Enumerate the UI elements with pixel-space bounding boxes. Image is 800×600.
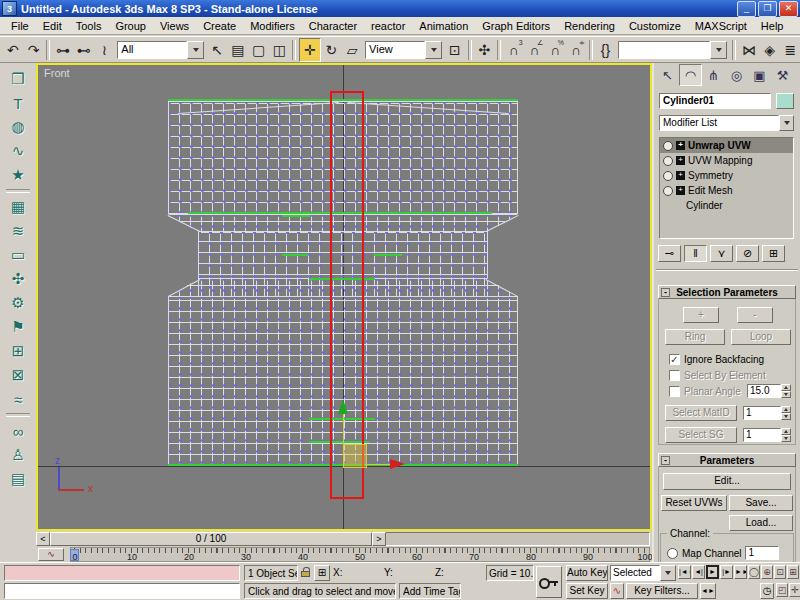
menu-maxscript[interactable]: MAXScript — [688, 19, 754, 33]
go-to-end-button[interactable]: ►►| — [734, 565, 747, 579]
absolute-offset-toggle[interactable]: ⊞ — [314, 565, 330, 581]
make-unique-button[interactable]: ⋎ — [710, 245, 733, 262]
set-key-button[interactable]: Set Key — [566, 583, 608, 599]
chevron-down-icon[interactable] — [425, 41, 442, 59]
undo-button[interactable]: ↶ — [3, 39, 23, 61]
rigid-body-collection-icon[interactable]: ❒ — [5, 67, 31, 91]
dominoes-icon[interactable]: ▤ — [5, 467, 31, 491]
key-filter-selected-dropdown[interactable]: Selected — [610, 565, 676, 581]
viewport-label[interactable]: Front — [44, 67, 70, 79]
map-channel-spinner[interactable]: 1 — [745, 546, 779, 560]
chevron-down-icon[interactable] — [660, 565, 676, 581]
minimize-button[interactable]: _ — [737, 1, 756, 17]
selection-lock-toggle[interactable] — [301, 567, 311, 578]
menu-tools[interactable]: Tools — [69, 19, 109, 33]
lightbulb-icon[interactable] — [663, 186, 673, 196]
rope-collection-icon[interactable]: ∿ — [5, 139, 31, 163]
select-sg-button[interactable]: Select SG — [665, 427, 737, 443]
pan-view-button[interactable]: ✛ — [789, 583, 800, 597]
menu-animation[interactable]: Animation — [412, 19, 475, 33]
expand-icon[interactable]: + — [676, 171, 685, 180]
zoom-extents-all-button[interactable]: ⊞ — [787, 565, 799, 579]
expand-icon[interactable]: + — [676, 141, 685, 150]
time-slider-handle[interactable]: 0 / 100 — [50, 532, 372, 546]
redo-button[interactable]: ↷ — [24, 39, 44, 61]
gizmo-x-arrow[interactable] — [390, 459, 405, 469]
gizmo-xy-plane-handle[interactable] — [343, 444, 367, 468]
key-mode-toggle-button[interactable]: ◄► — [700, 583, 716, 599]
reference-coordinate-system-dropdown[interactable]: View — [365, 41, 442, 59]
matid-spinner[interactable]: 1 — [743, 406, 791, 420]
menu-create[interactable]: Create — [196, 19, 243, 33]
ragdoll-icon[interactable]: ♙ — [5, 443, 31, 467]
fracture-icon[interactable]: ⊠ — [5, 363, 31, 387]
chevron-down-icon[interactable] — [779, 115, 794, 131]
menu-edit[interactable]: Edit — [36, 19, 69, 33]
restore-button[interactable]: ❐ — [758, 1, 777, 17]
maxscript-macro-recorder[interactable] — [4, 565, 240, 581]
previous-frame-button[interactable]: ◄| — [692, 565, 705, 579]
named-selection-sets-dropdown[interactable] — [618, 41, 727, 59]
menu-views[interactable]: Views — [153, 19, 196, 33]
viewport-front[interactable]: Front zx — [36, 63, 652, 531]
soft-body-collection-icon[interactable]: ◍ — [5, 115, 31, 139]
toy-car-icon[interactable]: ⊞ — [5, 339, 31, 363]
menu-modifiers[interactable]: Modifiers — [243, 19, 302, 33]
checkbox-icon[interactable]: ✓ — [669, 354, 680, 365]
pin-stack-button[interactable]: ⊸ — [658, 245, 681, 262]
chevron-down-icon[interactable] — [710, 41, 727, 59]
modifier-stack-item-symmetry[interactable]: +Symmetry — [660, 168, 793, 183]
map-channel-radio[interactable]: Map Channel 1 — [667, 546, 779, 560]
play-animation-button[interactable]: ► — [706, 565, 719, 579]
align-button[interactable]: ◈ — [760, 39, 780, 61]
key-filters-button[interactable]: Key Filters... — [626, 583, 698, 599]
maxscript-mini-listener[interactable] — [4, 583, 240, 599]
tab-display[interactable]: ▣ — [748, 64, 771, 86]
selection-region-rectangle[interactable] — [330, 91, 364, 499]
expand-icon[interactable]: + — [676, 186, 685, 195]
ring-button[interactable]: Ring — [665, 329, 725, 345]
checkbox-icon[interactable] — [669, 386, 680, 397]
select-and-link-button[interactable]: ⊶ — [53, 39, 73, 61]
time-slider-prev-arrow[interactable]: < — [36, 532, 50, 546]
shrink-selection-button[interactable]: - — [737, 307, 773, 323]
planar-angle-spinner[interactable]: 15.0 — [747, 384, 791, 398]
gizmo-y-arrow[interactable] — [338, 399, 348, 414]
menu-rendering[interactable]: Rendering — [557, 19, 622, 33]
select-and-uniform-scale-button[interactable]: ▱ — [342, 39, 362, 61]
spinner-arrows[interactable] — [781, 384, 791, 398]
selection-filter-dropdown[interactable]: All — [117, 41, 204, 59]
use-pivot-point-center-button[interactable]: ⊡ — [445, 39, 465, 61]
modifier-stack-item-unwrap-uvw[interactable]: +Unwrap UVW — [660, 138, 793, 153]
show-end-result-button[interactable]: ‖ — [684, 245, 707, 262]
edit-uvws-button[interactable]: Edit... — [663, 473, 791, 490]
grow-selection-button[interactable]: + — [683, 307, 719, 323]
region-zoom-button[interactable]: ◰ — [776, 583, 788, 597]
planar-angle-checkbox[interactable]: Planar Angle — [669, 385, 741, 398]
parameters-rollout-header[interactable]: - Parameters — [658, 453, 796, 467]
expand-icon[interactable]: + — [676, 156, 685, 165]
select-object-button[interactable]: ↖ — [207, 39, 227, 61]
mirror-button[interactable]: ⋈ — [739, 39, 759, 61]
snaps-toggle-button[interactable]: ∩3 — [504, 39, 524, 61]
close-button[interactable]: ✕ — [779, 1, 798, 17]
tab-modify[interactable]: ◠ — [679, 64, 702, 86]
zoom-extents-button[interactable]: ⊡ — [774, 565, 786, 579]
select-and-manipulate-button[interactable]: ✣ — [475, 39, 495, 61]
sg-spinner[interactable]: 1 — [743, 428, 791, 442]
checkbox-icon[interactable] — [669, 370, 680, 381]
zoom-button[interactable]: ◯ — [748, 565, 760, 579]
ignore-backfacing-checkbox[interactable]: ✓ Ignore Backfacing — [669, 353, 764, 366]
select-and-move-button[interactable]: ✛ — [299, 38, 321, 62]
spinner-snap-toggle-button[interactable]: ∩≑ — [566, 39, 586, 61]
unlink-selection-button[interactable]: ⊷ — [74, 39, 94, 61]
tab-utilities[interactable]: ⚒ — [771, 64, 794, 86]
plane-icon[interactable]: ▦ — [5, 195, 31, 219]
tab-motion[interactable]: ◎ — [725, 64, 748, 86]
menu-character[interactable]: Character — [302, 19, 364, 33]
save-uvws-button[interactable]: Save... — [729, 495, 793, 511]
water-icon[interactable]: ≈ — [5, 387, 31, 411]
configure-modifier-sets-button[interactable]: ⊞ — [762, 245, 785, 262]
select-and-rotate-button[interactable]: ↻ — [322, 39, 342, 61]
lightbulb-icon[interactable] — [663, 171, 673, 181]
